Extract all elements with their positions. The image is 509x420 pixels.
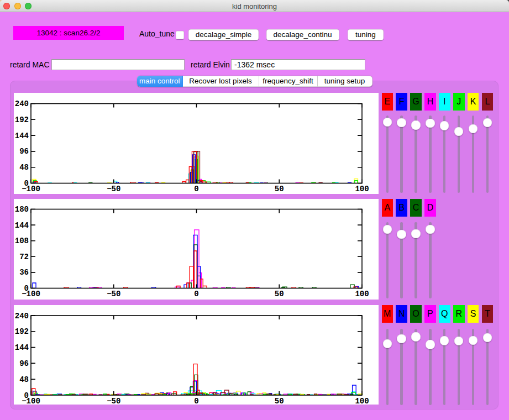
- svg-text:−100: −100: [22, 290, 40, 298]
- svg-text:−50: −50: [107, 397, 120, 405]
- svg-text:240: 240: [15, 99, 29, 108]
- svg-text:50: 50: [275, 397, 284, 405]
- svg-text:240: 240: [15, 312, 29, 321]
- svg-text:0: 0: [194, 185, 198, 193]
- svg-text:−100: −100: [22, 185, 40, 193]
- svg-text:180: 180: [15, 205, 29, 214]
- svg-text:36: 36: [19, 268, 29, 277]
- svg-text:144: 144: [15, 221, 29, 229]
- svg-text:144: 144: [15, 131, 29, 140]
- svg-text:−100: −100: [22, 397, 40, 405]
- svg-text:0: 0: [194, 397, 198, 405]
- svg-text:48: 48: [19, 375, 29, 384]
- svg-text:96: 96: [19, 147, 29, 156]
- svg-text:192: 192: [15, 327, 29, 336]
- svg-text:192: 192: [15, 115, 29, 124]
- svg-text:−50: −50: [107, 185, 120, 193]
- svg-text:50: 50: [275, 185, 284, 193]
- svg-text:50: 50: [275, 290, 284, 298]
- svg-text:108: 108: [15, 237, 29, 245]
- svg-text:100: 100: [355, 185, 369, 193]
- svg-text:100: 100: [355, 397, 369, 405]
- svg-text:48: 48: [19, 163, 29, 172]
- svg-text:144: 144: [15, 343, 29, 352]
- svg-text:0: 0: [194, 290, 198, 298]
- svg-text:72: 72: [19, 252, 29, 261]
- svg-text:96: 96: [19, 359, 29, 368]
- svg-text:−50: −50: [107, 290, 120, 298]
- svg-text:100: 100: [355, 290, 369, 298]
